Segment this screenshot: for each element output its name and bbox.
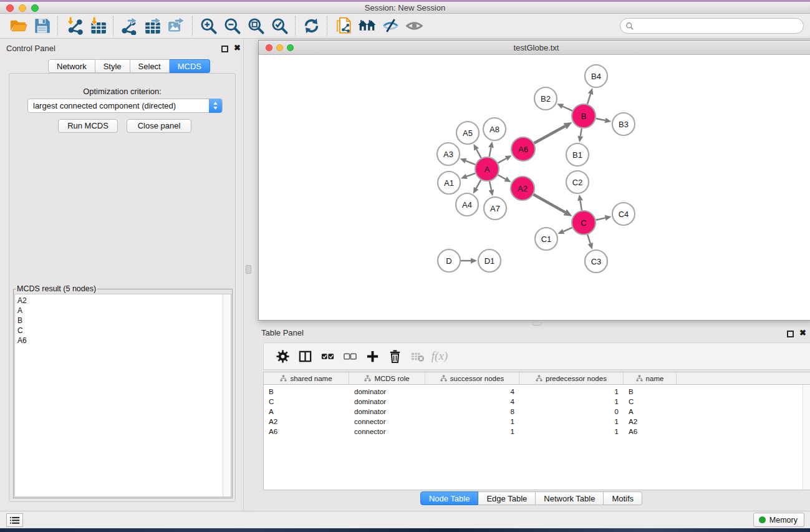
table-cell[interactable]: 1: [425, 427, 519, 437]
table-cell[interactable]: 1: [425, 417, 519, 427]
graph-node-A7[interactable]: A7: [484, 197, 506, 220]
graph-node-A2[interactable]: A2: [511, 177, 534, 200]
import-network-icon[interactable]: [62, 16, 85, 37]
graph-edge[interactable]: [466, 161, 475, 165]
table-row[interactable]: Cdominator41C: [264, 397, 810, 407]
mcds-result-item[interactable]: A: [15, 306, 231, 316]
export-network-icon[interactable]: [117, 16, 141, 37]
graph-edge[interactable]: [587, 235, 591, 243]
graph-edge[interactable]: [476, 180, 481, 188]
criterion-select[interactable]: largest connected component (directed): [27, 99, 223, 113]
table-cell[interactable]: dominator: [349, 397, 425, 407]
tab-style[interactable]: Style: [95, 59, 130, 73]
table-cell[interactable]: 1: [519, 387, 624, 397]
float-table-panel-icon[interactable]: [787, 331, 794, 337]
graph-node-A8[interactable]: A8: [483, 118, 506, 140]
graph-node-D[interactable]: D: [438, 249, 460, 272]
graph-node-C2[interactable]: C2: [566, 171, 589, 193]
tab-node-table[interactable]: Node Table: [420, 491, 479, 505]
table-cell[interactable]: B: [624, 387, 677, 397]
tab-network-table[interactable]: Network Table: [536, 491, 604, 505]
graph-edge[interactable]: [564, 228, 572, 231]
mcds-result-item[interactable]: A6: [15, 336, 231, 346]
zoom-in-icon[interactable]: [196, 16, 220, 37]
graph-edge[interactable]: [498, 158, 506, 163]
table-cell[interactable]: 4: [425, 387, 519, 397]
run-mcds-button[interactable]: Run MCDS: [58, 119, 118, 133]
mcds-result-list[interactable]: A2ABCA6: [14, 294, 231, 497]
zoom-out-icon[interactable]: [220, 16, 244, 37]
table-cell[interactable]: A: [264, 407, 349, 417]
graph-edge[interactable]: [581, 201, 582, 211]
graph-node-D1[interactable]: D1: [478, 249, 501, 272]
result-list-scrollbar[interactable]: [223, 294, 231, 496]
graph-node-B3[interactable]: B3: [612, 113, 635, 135]
zoom-selected-icon[interactable]: [268, 16, 291, 37]
graph-edge[interactable]: [533, 195, 565, 213]
graph-edge[interactable]: [489, 147, 491, 157]
table-cell[interactable]: A: [624, 407, 677, 417]
table-cell[interactable]: A2: [624, 417, 677, 427]
close-panel-button[interactable]: Close panel: [127, 119, 191, 133]
float-panel-icon[interactable]: [221, 46, 228, 52]
graph-node-A3[interactable]: A3: [437, 143, 460, 165]
graph-node-C4[interactable]: C4: [612, 203, 635, 225]
column-header-shared-name[interactable]: shared name: [264, 372, 349, 384]
close-table-panel-icon[interactable]: ✖: [799, 328, 806, 337]
vertical-split-divider[interactable]: [244, 39, 253, 511]
table-cell[interactable]: A2: [264, 417, 349, 427]
graph-node-C1[interactable]: C1: [535, 228, 557, 250]
attribute-settings-icon[interactable]: [271, 346, 294, 367]
table-cell[interactable]: 8: [425, 407, 519, 417]
show-all-columns-icon[interactable]: [316, 346, 339, 367]
delete-columns-icon[interactable]: [383, 346, 406, 367]
network-canvas[interactable]: B4B2BB3A5A8A6B1A3AA1C2A2A4A7C4CC1C3DD1: [259, 55, 810, 320]
graph-edge[interactable]: [498, 175, 506, 180]
graph-edge[interactable]: [596, 218, 605, 220]
table-cell[interactable]: C: [264, 397, 349, 407]
graph-node-A6[interactable]: A6: [511, 137, 535, 161]
graph-edge[interactable]: [476, 149, 481, 158]
column-header-predecessor-nodes[interactable]: predecessor nodes: [519, 372, 624, 384]
table-row[interactable]: A2connector11A2: [264, 417, 810, 427]
column-header-name[interactable]: name: [624, 372, 677, 384]
split-handle[interactable]: [246, 265, 251, 274]
graph-edge[interactable]: [562, 107, 572, 111]
zoom-fit-icon[interactable]: [244, 16, 268, 37]
graph-node-B[interactable]: B: [572, 104, 595, 128]
open-folder-icon[interactable]: [6, 16, 30, 37]
search-input[interactable]: [634, 20, 803, 32]
graph-node-C3[interactable]: C3: [585, 250, 607, 273]
graph-node-B1[interactable]: B1: [566, 143, 589, 166]
graph-node-C[interactable]: C: [572, 211, 595, 235]
table-cell[interactable]: 1: [519, 417, 624, 427]
refresh-layout-icon[interactable]: [299, 16, 323, 37]
table-cell[interactable]: B: [264, 387, 349, 397]
split-panel-icon[interactable]: [294, 346, 316, 367]
graph-node-A1[interactable]: A1: [438, 172, 460, 194]
graph-node-A4[interactable]: A4: [456, 193, 478, 216]
table-cell[interactable]: dominator: [349, 387, 425, 397]
table-row[interactable]: A6connector11A6: [264, 427, 810, 437]
network-window-titlebar[interactable]: testGlobe.txt: [259, 41, 810, 55]
mcds-result-item[interactable]: A2: [15, 296, 231, 306]
mcds-result-item[interactable]: B: [15, 316, 231, 326]
table-cell[interactable]: A6: [624, 427, 677, 437]
graph-edge[interactable]: [587, 94, 591, 104]
tab-edge-table[interactable]: Edge Table: [478, 491, 536, 505]
table-cell[interactable]: 0: [519, 407, 624, 417]
graph-edge[interactable]: [489, 181, 491, 190]
mcds-result-item[interactable]: C: [15, 326, 231, 336]
show-all-icon[interactable]: [402, 16, 426, 37]
table-cell[interactable]: connector: [349, 427, 425, 437]
graph-node-B4[interactable]: B4: [585, 65, 607, 87]
table-cell[interactable]: A6: [264, 427, 349, 437]
hide-selected-icon[interactable]: [378, 16, 402, 37]
column-header-successor-nodes[interactable]: successor nodes: [425, 372, 519, 384]
table-cell[interactable]: 1: [519, 397, 624, 407]
table-cell[interactable]: dominator: [349, 407, 425, 417]
export-image-icon[interactable]: [165, 16, 188, 37]
table-row[interactable]: Bdominator41B: [264, 387, 810, 397]
export-table-icon[interactable]: [141, 16, 165, 37]
graph-node-B2[interactable]: B2: [534, 87, 557, 110]
